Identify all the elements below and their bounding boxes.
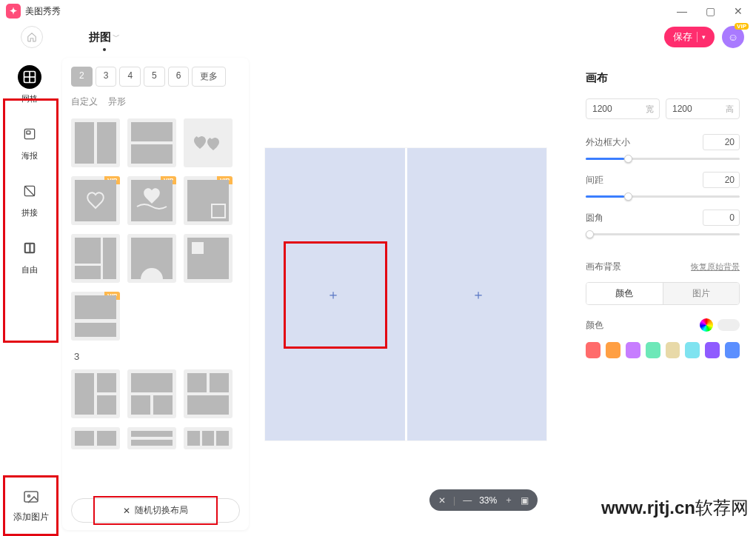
active-dot	[103, 48, 106, 51]
border-input[interactable]	[703, 134, 740, 150]
type-tab-irregular[interactable]: 异形	[108, 96, 126, 108]
home-button[interactable]	[21, 26, 43, 48]
count-tab-3[interactable]: 3	[96, 67, 117, 87]
template-item[interactable]	[184, 427, 233, 449]
grid-icon	[18, 65, 41, 89]
window-controls: — ▢ ✕	[676, 5, 750, 17]
hearts-icon	[190, 132, 227, 154]
swatch[interactable]	[725, 342, 740, 358]
count-tab-5[interactable]: 5	[144, 67, 165, 87]
color-label: 颜色	[586, 319, 603, 332]
template-item[interactable]	[184, 369, 233, 418]
template-item[interactable]: VIP	[127, 176, 176, 225]
template-scroll[interactable]: VIP VIP VIP VIP 3	[71, 118, 240, 521]
template-item[interactable]	[127, 369, 176, 418]
section-label: 3	[74, 351, 240, 362]
template-item[interactable]	[127, 427, 176, 449]
radius-input[interactable]	[703, 210, 740, 226]
user-avatar[interactable]: ☺ VIP	[722, 26, 744, 48]
canvas[interactable]: ＋ ＋	[265, 148, 546, 440]
sidebar-item-poster[interactable]: 海报	[18, 122, 41, 161]
close-button[interactable]: ✕	[732, 5, 744, 17]
canvas-cell-2[interactable]: ＋	[411, 148, 547, 440]
plus-icon: ＋	[327, 286, 340, 304]
panel-title: 画布	[586, 71, 740, 85]
svg-rect-8	[25, 244, 30, 252]
image-icon	[22, 489, 40, 506]
swatch[interactable]	[606, 342, 620, 358]
sidebar-item-grid[interactable]: 网格	[18, 65, 41, 104]
template-item[interactable]	[71, 234, 120, 283]
chevron-down-icon: ﹀	[113, 32, 120, 42]
template-item[interactable]	[127, 234, 176, 283]
count-tab-2[interactable]: 2	[71, 67, 93, 87]
minimize-button[interactable]: —	[676, 5, 688, 17]
random-layout-button[interactable]: ✕ 随机切换布局	[71, 498, 240, 523]
gap-slider[interactable]	[586, 195, 740, 198]
template-item[interactable]: VIP	[184, 176, 233, 225]
page-title-wrap[interactable]: 拼图 ﹀	[89, 30, 120, 44]
svg-rect-9	[30, 244, 34, 252]
template-item[interactable]	[71, 369, 120, 418]
shuffle-icon: ✕	[123, 506, 130, 516]
sidebar-item-splice[interactable]: 拼接	[18, 179, 41, 218]
heart-wave-icon	[131, 180, 173, 221]
save-button[interactable]: 保存 ▾	[664, 27, 715, 47]
width-input-wrap: 宽	[586, 98, 660, 119]
sidebar-item-free[interactable]: 自由	[18, 236, 41, 275]
template-item[interactable]	[127, 118, 176, 167]
home-icon	[27, 32, 37, 42]
vip-badge: VIP	[735, 23, 749, 30]
template-item[interactable]: VIP	[71, 176, 120, 225]
radius-slider[interactable]	[586, 233, 740, 235]
bg-tabs: 颜色 图片	[586, 282, 740, 305]
swatch[interactable]	[666, 342, 680, 358]
right-panel: 画布 宽 高 外边框大小 间距 圆角 画布背景 恢复原始背景 颜色 图片	[574, 58, 752, 530]
splice-icon	[18, 179, 41, 203]
swatch[interactable]	[705, 342, 720, 358]
add-image-button[interactable]: 添加图片	[3, 475, 58, 536]
free-icon	[18, 236, 41, 260]
restore-bg-button[interactable]: 恢复原始背景	[691, 261, 740, 272]
count-tab-more[interactable]: 更多	[192, 67, 226, 87]
zoom-in-button[interactable]: ＋	[504, 494, 513, 506]
svg-line-6	[24, 186, 34, 195]
type-tab-custom[interactable]: 自定义	[71, 96, 98, 108]
svg-rect-4	[27, 131, 30, 134]
template-item[interactable]	[71, 118, 120, 167]
canvas-cell-1[interactable]: ＋	[265, 148, 401, 440]
count-tab-4[interactable]: 4	[119, 67, 141, 87]
template-item[interactable]	[184, 234, 233, 283]
swatch[interactable]	[685, 342, 700, 358]
poster-icon	[18, 122, 41, 146]
template-item[interactable]: VIP	[71, 292, 120, 341]
template-panel: 2 3 4 5 6 更多 自定义 异形 VIP VIP VIP VIP 3	[62, 58, 249, 530]
swatch[interactable]	[626, 342, 640, 358]
fit-button[interactable]: ▣	[521, 495, 529, 506]
zoom-out-button[interactable]: —	[463, 495, 472, 506]
color-picker-button[interactable]	[700, 318, 713, 332]
bg-tab-image[interactable]: 图片	[663, 283, 740, 304]
save-label: 保存	[673, 30, 692, 44]
app-title: 美图秀秀	[25, 5, 61, 18]
chevron-down-icon: ▾	[702, 33, 706, 41]
page-title: 拼图	[89, 30, 111, 44]
template-item[interactable]	[184, 118, 233, 167]
swatch[interactable]	[586, 342, 601, 358]
border-slider[interactable]	[586, 158, 740, 160]
height-input-wrap: 高	[666, 98, 740, 119]
heart-icon	[75, 180, 116, 221]
color-swatches	[586, 342, 740, 358]
shuffle-button[interactable]: ✕	[438, 495, 446, 506]
maximize-button[interactable]: ▢	[704, 5, 716, 17]
bg-label: 画布背景	[586, 261, 621, 273]
count-tab-6[interactable]: 6	[168, 67, 190, 87]
swatch[interactable]	[646, 342, 660, 358]
template-item[interactable]	[71, 427, 120, 449]
svg-point-11	[27, 495, 30, 497]
bg-tab-color[interactable]: 颜色	[586, 283, 663, 304]
gap-label: 间距	[586, 174, 603, 187]
color-toggle[interactable]	[717, 319, 740, 331]
top-toolbar: 拼图 ﹀ 保存 ▾ ☺ VIP	[0, 22, 756, 52]
gap-input[interactable]	[703, 172, 740, 188]
